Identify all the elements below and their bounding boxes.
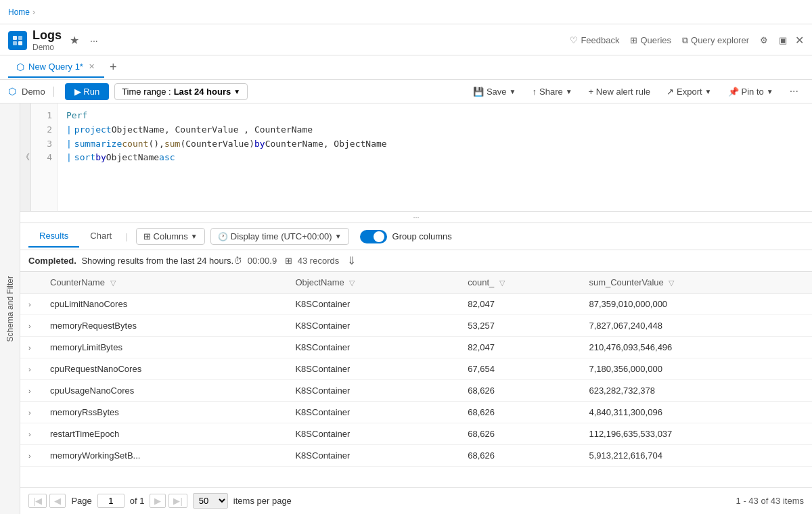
cell-object-name: K8SContainer (287, 445, 459, 467)
table-row: › restartTimeEpoch K8SContainer 68,626 1… (20, 423, 812, 445)
cell-counter-name: cpuUsageNanoCores (42, 380, 287, 402)
per-page-select[interactable]: 50 100 200 (193, 493, 228, 509)
result-tab-actions: ⊞ Columns ▼ 🕐 Display time (UTC+00:00) ▼ (136, 228, 349, 245)
cell-object-name: K8SContainer (287, 358, 459, 380)
clock-icon: 🕐 (218, 232, 228, 241)
first-page-button[interactable]: |◀ (28, 494, 47, 508)
save-button[interactable]: 💾 Save ▼ (468, 84, 522, 99)
row-expand[interactable]: › (20, 423, 42, 445)
page-label: Page (71, 496, 91, 506)
cell-counter-name: restartTimeEpoch (42, 423, 287, 445)
filter-count-icon[interactable]: ▽ (499, 279, 505, 287)
settings-button[interactable]: ⚙ (757, 34, 771, 47)
tab-close-button[interactable]: ✕ (87, 62, 96, 71)
time-range-button[interactable]: Time range : Last 24 hours ▼ (114, 83, 248, 100)
row-expand[interactable]: › (20, 380, 42, 402)
table-row: › cpuRequestNanoCores K8SContainer 67,65… (20, 358, 812, 380)
filter-sum-icon[interactable]: ▽ (669, 279, 674, 287)
cell-count: 67,654 (459, 358, 581, 380)
collapse-panel[interactable]: 《 (20, 103, 31, 211)
code-line-3: | summarize count (), sum (CounterValue)… (66, 137, 804, 151)
columns-chevron-icon: ▼ (191, 233, 198, 240)
header-actions: ♡ Feedback ⊞ Queries ⧉ Query explorer ⚙ … (567, 34, 804, 47)
last-page-button[interactable]: ▶| (168, 494, 187, 508)
table-container: CounterName ▽ ObjectName ▽ count_ ▽ (20, 272, 812, 487)
tab-new-query-1[interactable]: ⬡ New Query 1* ✕ (8, 57, 104, 78)
row-expand[interactable]: › (20, 337, 42, 358)
row-expand[interactable]: › (20, 445, 42, 467)
run-button[interactable]: ▶ Run (65, 83, 109, 100)
header-title-block: Logs Demo (32, 28, 62, 52)
save-icon: 💾 (473, 87, 484, 97)
cell-count: 68,626 (459, 380, 581, 402)
cell-sum-counter-value: 623,282,732,378 (581, 380, 812, 402)
next-page-button[interactable]: ▶ (150, 494, 166, 508)
header-left: Logs Demo ★ ··· (8, 28, 101, 52)
collapse-icon: 《 (22, 151, 30, 163)
table-row: › cpuUsageNanoCores K8SContainer 68,626 … (20, 380, 812, 402)
feedback-icon: ♡ (570, 35, 578, 45)
columns-button[interactable]: ⊞ Columns ▼ (136, 228, 205, 245)
expand-col-header (20, 272, 42, 294)
row-expand[interactable]: › (20, 358, 42, 380)
cell-counter-name: cpuLimitNanoCores (42, 294, 287, 315)
col-count: count_ ▽ (459, 272, 581, 294)
toolbar: ⬡ Demo ▶ Run Time range : Last 24 hours … (0, 80, 812, 103)
tab-bar: ⬡ New Query 1* ✕ + (0, 55, 812, 80)
code-line-2: | project ObjectName, CounterValue , Cou… (66, 123, 804, 137)
workspace-label: Demo (22, 87, 54, 97)
chevron-down-icon: ▼ (233, 88, 240, 95)
cell-sum-counter-value: 4,840,311,300,096 (581, 402, 812, 423)
display-time-button[interactable]: 🕐 Display time (UTC+00:00) ▼ (210, 228, 349, 245)
row-expand[interactable]: › (20, 294, 42, 315)
favorite-button[interactable]: ★ (67, 32, 82, 48)
tab-chart[interactable]: Chart (79, 225, 122, 248)
sidebar[interactable]: Schema and Filter (0, 103, 20, 514)
feedback-button[interactable]: ♡ Feedback (567, 34, 622, 47)
table-row: › memoryWorkingSetB... K8SContainer 68,6… (20, 445, 812, 467)
expand-all-button[interactable]: ⇓ (347, 254, 356, 267)
close-button[interactable]: ✕ (795, 34, 804, 47)
records-count: ⊞ 43 records (285, 256, 339, 266)
pagination: |◀ ◀ Page of 1 ▶ ▶| 50 100 200 items per… (20, 487, 812, 514)
page-input[interactable] (97, 494, 125, 508)
breadcrumb-home[interactable]: Home (8, 7, 30, 17)
results-table: CounterName ▽ ObjectName ▽ count_ ▽ (20, 272, 812, 467)
svg-rect-0 (13, 36, 17, 40)
export-button[interactable]: ↗ Export ▼ (661, 84, 717, 99)
svg-rect-1 (18, 36, 22, 40)
cell-object-name: K8SContainer (287, 337, 459, 358)
row-expand[interactable]: › (20, 402, 42, 423)
share-button[interactable]: ↑ Share ▼ (527, 84, 578, 99)
pin-button[interactable]: 📌 Pin to ▼ (723, 84, 779, 99)
tab-results[interactable]: Results (28, 225, 79, 248)
query-explorer-button[interactable]: ⧉ Query explorer (679, 34, 752, 47)
cell-count: 68,626 (459, 423, 581, 445)
prev-page-button[interactable]: ◀ (49, 494, 66, 508)
header-more-button[interactable]: ··· (87, 34, 101, 47)
share-chevron-icon: ▼ (566, 88, 572, 95)
group-columns-toggle[interactable] (360, 230, 387, 243)
queries-icon: ⊞ (630, 35, 637, 45)
code-editor[interactable]: Perf | project ObjectName, CounterValue … (58, 103, 812, 211)
svg-rect-3 (18, 41, 22, 45)
toolbar-more-button[interactable]: ··· (784, 83, 804, 100)
new-alert-button[interactable]: + New alert rule (583, 84, 656, 99)
top-bar: Home › (0, 0, 812, 24)
save-chevron-icon: ▼ (510, 88, 516, 95)
layout-button[interactable]: ▣ (776, 34, 790, 47)
toggle-group: Group columns (360, 230, 452, 243)
table-row: › memoryRssBytes K8SContainer 68,626 4,8… (20, 402, 812, 423)
queries-button[interactable]: ⊞ Queries (627, 34, 674, 47)
filter-object-name-icon[interactable]: ▽ (349, 279, 355, 287)
cell-counter-name: memoryRequestBytes (42, 315, 287, 337)
row-expand[interactable]: › (20, 315, 42, 337)
table-icon: ⊞ (285, 256, 292, 266)
tab-label: New Query 1* (28, 62, 83, 72)
editor-area: 《 1 2 3 4 Perf | project ObjectName, Cou… (20, 103, 812, 212)
new-tab-button[interactable]: + (104, 60, 122, 74)
filter-counter-name-icon[interactable]: ▽ (110, 279, 116, 287)
col-object-name: ObjectName ▽ (287, 272, 459, 294)
page-nav: |◀ ◀ Page of 1 ▶ ▶| 50 100 200 items per… (28, 493, 292, 509)
editor-divider[interactable]: ··· (20, 212, 812, 223)
